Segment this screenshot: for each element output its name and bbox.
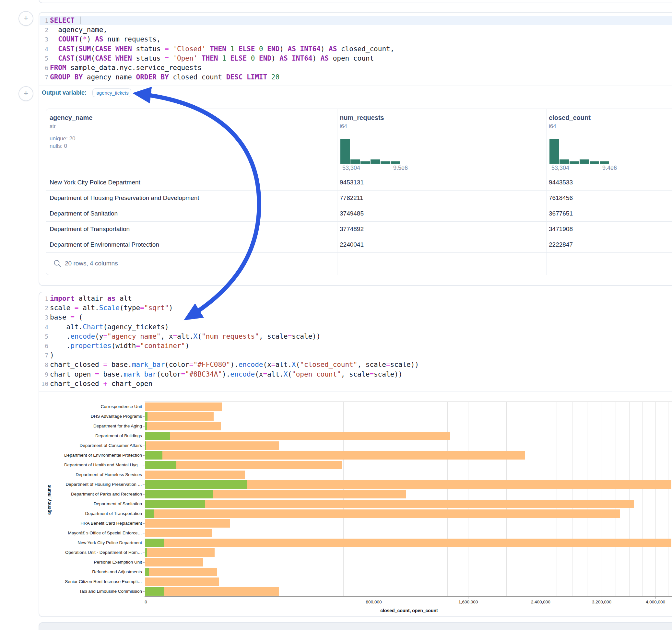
text-cursor <box>80 17 80 24</box>
hist-min-label: 53,304 <box>342 165 360 171</box>
column-stat: nulls: 0 <box>50 143 67 149</box>
code-line[interactable]: chart_closed + chart_open <box>50 379 419 389</box>
code-line[interactable]: SELECT <box>50 16 394 25</box>
line-number: 5 <box>39 332 48 341</box>
line-number: 2 <box>39 25 48 35</box>
line-number: 7 <box>39 350 48 360</box>
table-row[interactable]: Department of Environmental Protection22… <box>46 237 672 253</box>
next-cell-edge <box>39 622 672 630</box>
add-block-button[interactable]: + <box>19 86 33 101</box>
table-footer: 20 rows, 4 columns <box>46 252 672 275</box>
line-number: 1 <box>39 294 48 303</box>
output-variable-row: Output variable: agency_tickets <box>42 89 131 102</box>
code-line[interactable]: base = ( <box>50 313 419 322</box>
table-row[interactable]: Department of Sanitation37494853677651 <box>46 206 672 222</box>
line-number: 4 <box>39 44 48 54</box>
code-line[interactable]: agency_name, <box>50 25 394 35</box>
line-number: 5 <box>39 54 48 63</box>
code-line[interactable]: CAST(SUM(CASE WHEN status = 'Closed' THE… <box>50 44 394 54</box>
column-header[interactable]: num_requests <box>340 114 384 122</box>
table-row[interactable]: Department of Housing Preservation and D… <box>46 190 672 206</box>
sql-code-editor[interactable]: SELECT agency_name, COUNT(*) AS num_requ… <box>50 16 394 82</box>
cell-divider <box>39 86 672 86</box>
table-row[interactable]: Department of Transportation377489234719… <box>46 221 672 237</box>
line-number: 2 <box>39 303 48 313</box>
line-number: 6 <box>39 63 48 73</box>
code-line[interactable]: chart_open = base.mark_bar(color="#8BC34… <box>50 370 419 379</box>
result-table[interactable]: agency_namestrunique: 20nulls: 0num_requ… <box>46 108 672 275</box>
column-header[interactable]: agency_name <box>50 114 92 122</box>
line-number: 9 <box>39 370 48 379</box>
line-number: 10 <box>39 379 48 389</box>
code-line[interactable]: chart_closed = base.mark_bar(color="#FFC… <box>50 360 419 369</box>
sql-cell: 1⌄234567 SELECT agency_name, COUNT(*) AS… <box>39 12 672 286</box>
hist-max-label: 9.5e6 <box>393 165 408 171</box>
add-cell-button[interactable]: + <box>19 11 33 26</box>
column-type: i64 <box>340 123 347 130</box>
code-line[interactable]: COUNT(*) AS num_requests, <box>50 35 394 44</box>
hist-max-label: 9.4e6 <box>602 165 617 171</box>
column-type: i64 <box>549 123 556 130</box>
line-number: 4 <box>39 322 48 332</box>
code-line[interactable]: scale = alt.Scale(type="sqrt") <box>50 303 419 313</box>
column-stat: unique: 20 <box>50 136 75 142</box>
line-number: 3⌄ <box>39 313 48 322</box>
code-line[interactable]: GROUP BY agency_name ORDER BY closed_cou… <box>50 73 394 82</box>
column-type: str <box>50 123 56 130</box>
line-number: 6 <box>39 341 48 350</box>
hist-min-label: 53,304 <box>551 165 569 171</box>
code-line[interactable]: import altair as alt <box>50 294 419 303</box>
column-header[interactable]: closed_count <box>549 114 591 122</box>
line-number: 1⌄ <box>39 16 48 25</box>
code-line[interactable]: ) <box>50 350 419 360</box>
line-number: 7 <box>39 73 48 82</box>
sql-line-numbers: 1⌄234567 <box>39 16 48 82</box>
table-shape-label: 20 rows, 4 columns <box>65 260 118 267</box>
code-line[interactable]: FROM sample_data.nyc.service_requests <box>50 63 394 73</box>
search-icon[interactable] <box>53 259 62 268</box>
line-number: 3 <box>39 35 48 44</box>
code-line[interactable]: CAST(SUM(CASE WHEN status = 'Open' THEN … <box>50 54 394 63</box>
code-line[interactable]: .properties(width="container") <box>50 341 419 350</box>
python-code-editor[interactable]: import altair as altscale = alt.Scale(ty… <box>50 294 419 389</box>
line-number: 8 <box>39 360 48 369</box>
cell-divider <box>39 391 672 392</box>
column-histogram <box>340 137 400 164</box>
code-line[interactable]: alt.Chart(agency_tickets) <box>50 322 419 332</box>
table-row[interactable]: New York City Police Department945313194… <box>46 175 672 191</box>
output-variable-label: Output variable: <box>42 90 87 96</box>
column-histogram <box>549 137 609 164</box>
previous-cell-edge <box>39 0 672 3</box>
python-line-numbers: 123⌄45678910 <box>39 294 48 389</box>
code-line[interactable]: .encode(y="agency_name", x=alt.X("num_re… <box>50 332 419 341</box>
notebook-page: + + 1⌄234567 SELECT agency_name, COUNT(*… <box>0 0 672 630</box>
python-cell: 123⌄45678910 import altair as altscale =… <box>39 292 672 617</box>
output-variable-chip[interactable]: agency_tickets <box>92 89 131 97</box>
